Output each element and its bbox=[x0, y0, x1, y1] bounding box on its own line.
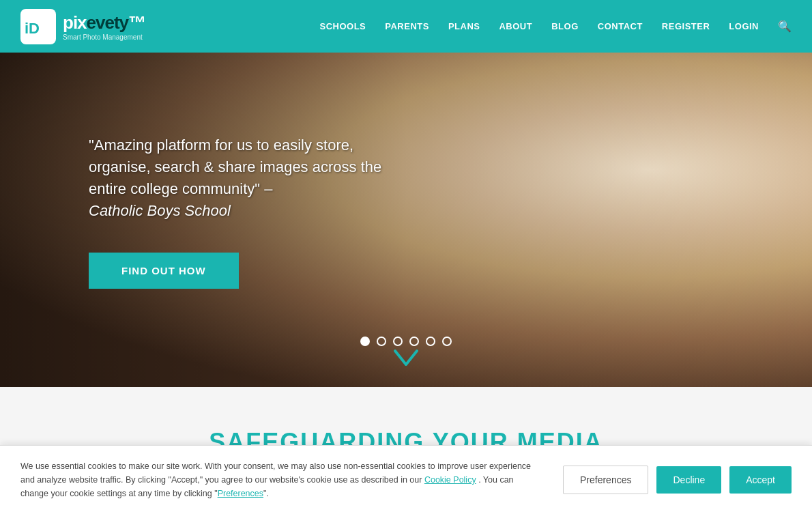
hero-quote-italic: Catholic Boys School bbox=[89, 202, 231, 219]
chevron-down-icon[interactable] bbox=[392, 348, 420, 373]
slider-dot-2[interactable] bbox=[377, 337, 386, 346]
logo-icon: iD bbox=[20, 9, 56, 44]
hero-section: "Amazing platform for us to easily store… bbox=[0, 53, 812, 387]
nav-parents[interactable]: PARENTS bbox=[385, 21, 429, 31]
logo-area[interactable]: iD pixevety™ Smart Photo Management bbox=[20, 9, 145, 44]
nav-login[interactable]: LOGIN bbox=[729, 21, 759, 31]
nav-about[interactable]: ABOUT bbox=[499, 21, 532, 31]
slider-dot-5[interactable] bbox=[426, 337, 435, 346]
nav-register[interactable]: REGISTER bbox=[662, 21, 710, 31]
preferences-button[interactable]: Preferences bbox=[563, 466, 648, 477]
main-nav: SCHOOLS PARENTS PLANS ABOUT BLOG CONTACT… bbox=[319, 20, 792, 33]
logo-evety: evety bbox=[87, 12, 129, 33]
cookie-text: We use essential cookies to make our sit… bbox=[20, 459, 542, 477]
logo-pix: pix bbox=[63, 12, 87, 33]
logo-text: pixevety™ Smart Photo Management bbox=[63, 12, 145, 41]
hero-content: "Amazing platform for us to easily store… bbox=[0, 53, 812, 289]
accept-button[interactable]: Accept bbox=[729, 466, 792, 477]
decline-button[interactable]: Decline bbox=[656, 466, 721, 477]
find-out-how-button[interactable]: FIND OUT HOW bbox=[89, 253, 239, 289]
logo-brand: pixevety™ bbox=[63, 12, 145, 33]
slider-dot-6[interactable] bbox=[442, 337, 452, 346]
nav-blog[interactable]: BLOG bbox=[551, 21, 579, 31]
slider-dot-1[interactable] bbox=[360, 337, 370, 346]
slider-dots bbox=[360, 337, 452, 346]
slider-dot-3[interactable] bbox=[393, 337, 403, 346]
slider-dot-4[interactable] bbox=[409, 337, 419, 346]
nav-schools[interactable]: SCHOOLS bbox=[319, 21, 366, 31]
logo-tagline: Smart Photo Management bbox=[63, 33, 145, 41]
hero-quote-main: "Amazing platform for us to easily store… bbox=[89, 137, 381, 197]
hero-quote: "Amazing platform for us to easily store… bbox=[89, 134, 416, 222]
nav-plans[interactable]: PLANS bbox=[448, 21, 480, 31]
svg-text:iD: iD bbox=[25, 20, 40, 37]
cookie-buttons: Preferences Decline Accept bbox=[563, 466, 792, 477]
cookie-policy-link[interactable]: Cookie Policy bbox=[424, 475, 476, 477]
cookie-banner: We use essential cookies to make our sit… bbox=[0, 445, 812, 477]
nav-contact[interactable]: CONTACT bbox=[598, 21, 643, 31]
search-button[interactable]: 🔍 bbox=[778, 20, 792, 33]
site-header: iD pixevety™ Smart Photo Management SCHO… bbox=[0, 0, 812, 53]
